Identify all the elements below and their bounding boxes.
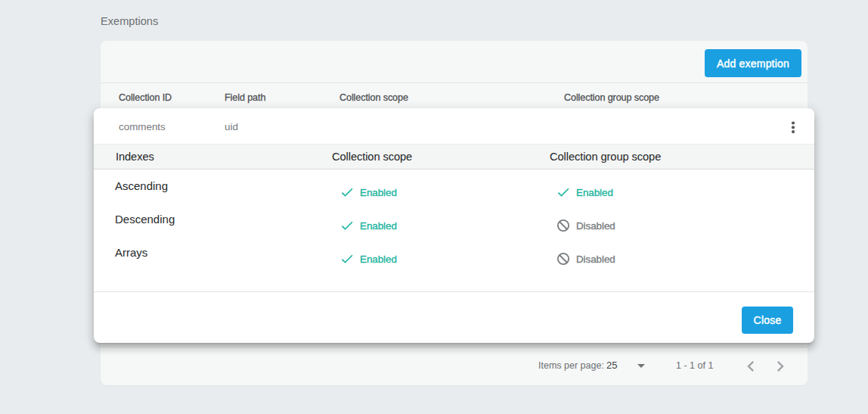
- exemption-row: comments uid: [94, 108, 814, 144]
- close-button[interactable]: Close: [742, 307, 793, 334]
- table-header: Collection ID Field path Collection scop…: [101, 84, 808, 111]
- column-header-collection-group-scope: Collection group scope: [564, 92, 659, 103]
- index-row-label: Descending: [115, 212, 175, 225]
- exemption-details-dialog: comments uid Indexes Collection scope Co…: [94, 108, 814, 343]
- page: Exemptions Add exemption Collection ID F…: [0, 0, 868, 414]
- more-options-icon[interactable]: [783, 117, 804, 139]
- index-row-descending: DescendingEnabledDisabled: [94, 203, 814, 236]
- index-row-arrays: ArraysEnabledDisabled: [94, 236, 814, 269]
- indexes-header: Indexes: [116, 151, 154, 163]
- column-header-field-path: Field path: [225, 92, 265, 103]
- index-row-ascending: AscendingEnabledEnabled: [94, 170, 814, 203]
- exemption-collection-id: comments: [119, 120, 166, 132]
- collection-group-scope-header: Collection group scope: [550, 151, 661, 163]
- check-icon: [339, 251, 355, 266]
- page-title: Exemptions: [101, 15, 158, 27]
- exemption-field-path: uid: [225, 120, 238, 132]
- add-exemption-button[interactable]: Add exemption: [705, 49, 801, 77]
- paginator: Items per page: 25 1 - 1 of 1: [101, 347, 808, 385]
- check-icon: [556, 185, 571, 200]
- indexes-header-row: Indexes Collection scope Collection grou…: [94, 144, 814, 170]
- previous-page-icon[interactable]: [740, 356, 761, 377]
- block-icon: [556, 251, 571, 266]
- column-header-collection-scope: Collection scope: [339, 92, 408, 103]
- items-per-page-label: Items per page:: [538, 360, 604, 371]
- dialog-footer: Close: [94, 291, 814, 343]
- check-icon: [339, 218, 355, 233]
- index-row-label: Ascending: [115, 179, 168, 191]
- check-icon: [339, 185, 355, 200]
- dialog-rows: AscendingEnabledEnabledDescendingEnabled…: [94, 170, 814, 291]
- page-size-dropdown-icon[interactable]: [632, 356, 650, 375]
- index-row-label: Arrays: [115, 245, 147, 258]
- column-header-collection-id: Collection ID: [119, 92, 172, 103]
- collection-scope-header: Collection scope: [332, 151, 412, 163]
- page-range-label: 1 - 1 of 1: [676, 360, 713, 371]
- next-page-icon[interactable]: [770, 356, 791, 377]
- card-toolbar: Add exemption: [101, 41, 808, 83]
- page-size-value[interactable]: 25: [606, 360, 617, 371]
- block-icon: [556, 218, 571, 233]
